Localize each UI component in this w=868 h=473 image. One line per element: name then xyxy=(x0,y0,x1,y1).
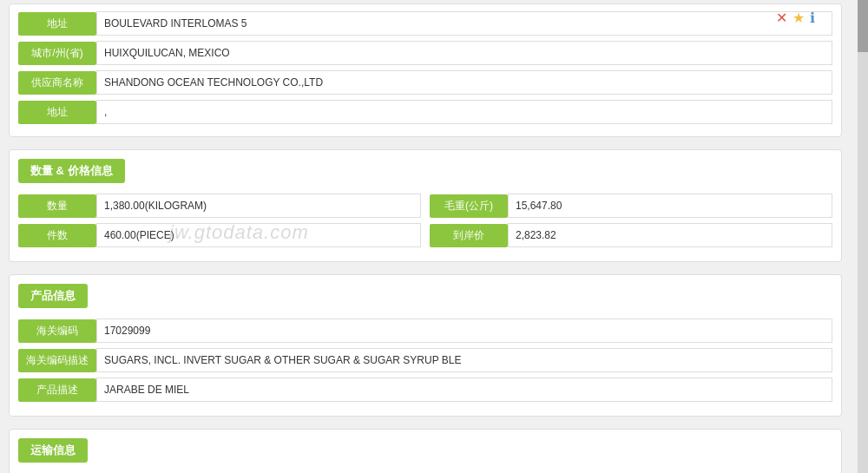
gross-weight-value: 15,647.80 xyxy=(508,194,832,218)
cif-value: 2,823.82 xyxy=(508,223,832,247)
address-label-2: 地址 xyxy=(18,101,96,124)
info-icon[interactable]: ℹ xyxy=(810,10,815,26)
hs-desc-value: SUGARS, INCL. INVERT SUGAR & OTHER SUGAR… xyxy=(96,348,832,372)
delete-icon[interactable]: ✕ xyxy=(776,10,787,26)
transport-section-header: 运输信息 xyxy=(18,438,88,463)
cif-label: 到岸价 xyxy=(430,224,508,247)
pieces-value: 460.00(PIECE) xyxy=(96,223,421,247)
product-section-header: 产品信息 xyxy=(18,284,88,308)
quantity-section: 数量 & 价格信息 数量 1,380.00(KILOGRAM) 毛重(公斤) 1… xyxy=(9,149,842,262)
hs-desc-label: 海关编码描述 xyxy=(18,349,96,372)
hs-code-row: 海关编码 17029099 xyxy=(18,319,832,343)
quantity-row-1: 数量 1,380.00(KILOGRAM) 毛重(公斤) 15,647.80 xyxy=(18,194,832,218)
product-section: 产品信息 海关编码 17029099 海关编码描述 SUGARS, INCL. … xyxy=(9,274,842,417)
supplier-row: 供应商名称 SHANDONG OCEAN TECHNOLOGY CO.,LTD xyxy=(18,70,832,95)
scrollbar[interactable] xyxy=(858,0,868,473)
star-icon[interactable]: ★ xyxy=(792,10,805,26)
address-row-2: 地址 , xyxy=(18,100,832,124)
product-desc-value: JARABE DE MIEL xyxy=(96,378,832,402)
pieces-label: 件数 xyxy=(18,224,96,247)
address-value-2: , xyxy=(96,100,832,124)
city-value: HUIXQUILUCAN, MEXICO xyxy=(96,41,832,65)
supplier-value: SHANDONG OCEAN TECHNOLOGY CO.,LTD xyxy=(96,70,832,95)
city-row: 城市/州(省) HUIXQUILUCAN, MEXICO xyxy=(18,41,832,65)
scrollbar-thumb[interactable] xyxy=(858,0,868,52)
supplier-label: 供应商名称 xyxy=(18,71,96,95)
product-desc-row: 产品描述 JARABE DE MIEL xyxy=(18,378,832,402)
hs-code-label: 海关编码 xyxy=(18,319,96,343)
hs-desc-row: 海关编码描述 SUGARS, INCL. INVERT SUGAR & OTHE… xyxy=(18,348,832,372)
quantity-label: 数量 xyxy=(18,194,96,218)
address-section: ✕ ★ ℹ 地址 BOULEVARD INTERLOMAS 5 城市/州(省) … xyxy=(9,3,842,137)
gross-weight-label: 毛重(公斤) xyxy=(430,194,508,218)
address-value-1: BOULEVARD INTERLOMAS 5 xyxy=(96,11,832,36)
quantity-value: 1,380.00(KILOGRAM) xyxy=(96,194,421,218)
transport-section: 运输信息 海关/港口 MANZANILLO, MANZANILLO, COLIM… xyxy=(9,429,842,473)
quantity-section-header: 数量 & 价格信息 xyxy=(18,159,125,183)
address-row-1: 地址 BOULEVARD INTERLOMAS 5 xyxy=(18,11,832,36)
address-label-1: 地址 xyxy=(18,12,96,36)
product-desc-label: 产品描述 xyxy=(18,378,96,402)
city-label: 城市/州(省) xyxy=(18,42,96,65)
action-icons: ✕ ★ ℹ xyxy=(776,10,815,26)
hs-code-value: 17029099 xyxy=(96,319,832,343)
main-content[interactable]: ✕ ★ ℹ 地址 BOULEVARD INTERLOMAS 5 城市/州(省) … xyxy=(0,0,851,473)
quantity-row-2: 件数 460.00(PIECE) 到岸价 2,823.82 xyxy=(18,223,832,247)
